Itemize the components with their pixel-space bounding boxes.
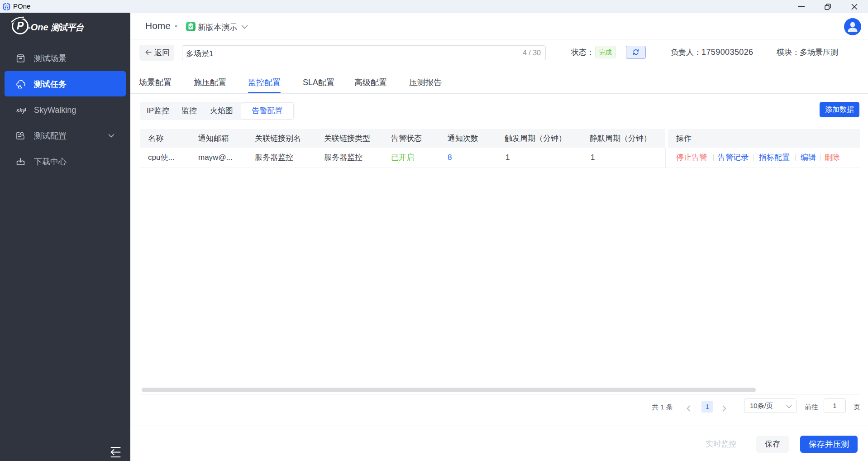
svg-text:sky: sky xyxy=(16,107,26,114)
